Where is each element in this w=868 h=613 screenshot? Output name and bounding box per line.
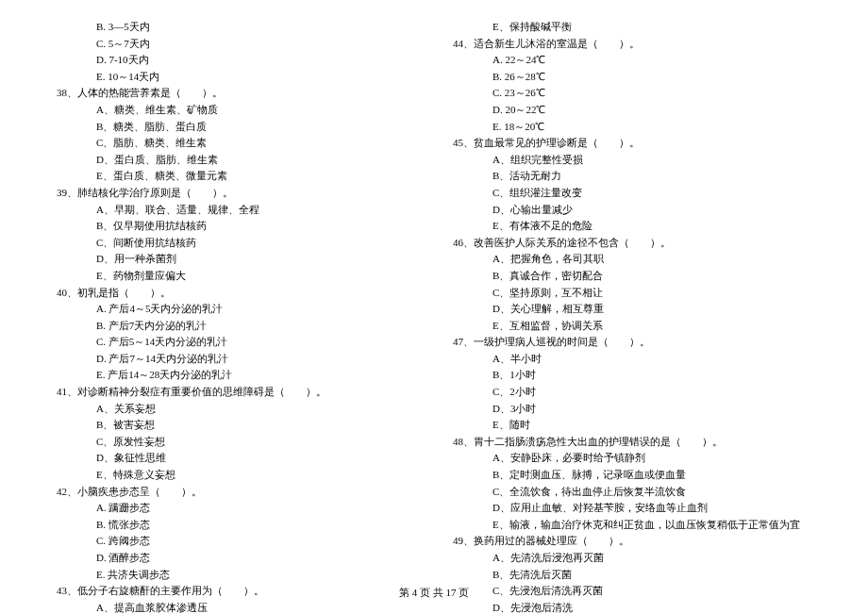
option-line: B. 产后7天内分泌的乳汁 [57, 318, 415, 335]
question-line: 44、适合新生儿沐浴的室温是（ ）。 [453, 36, 811, 53]
option-line: B、被害妄想 [57, 417, 415, 434]
option-line: A、安静卧床，必要时给予镇静剂 [453, 450, 811, 467]
option-line: B、仅早期使用抗结核药 [57, 218, 415, 235]
option-line: D、心输出量减少 [453, 202, 811, 219]
option-line: D、应用止血敏、对羟基苄胺，安络血等止血剂 [453, 500, 811, 517]
question-line: 41、对诊断精神分裂症有重要价值的思维障碍是（ ）。 [57, 384, 415, 401]
option-line: E、有体液不足的危险 [453, 218, 811, 235]
content-columns: B. 3―5天内C. 5～7天内D. 7‐10天内E. 10～14天内38、人体… [57, 19, 811, 613]
option-line: D、用一种杀菌剂 [57, 251, 415, 268]
option-line: D、蛋白质、脂肪、维生素 [57, 152, 415, 169]
option-line: C、2小时 [453, 384, 811, 401]
option-line: A、把握角色，各司其职 [453, 251, 811, 268]
question-line: 49、换药用过的器械处理应（ ）。 [453, 533, 811, 550]
option-line: D、关心理解，相互尊重 [453, 301, 811, 318]
option-line: A、关系妄想 [57, 401, 415, 418]
left-column: B. 3―5天内C. 5～7天内D. 7‐10天内E. 10～14天内38、人体… [57, 19, 415, 613]
option-line: C、间断使用抗结核药 [57, 235, 415, 252]
option-line: A. 22～24℃ [453, 52, 811, 69]
option-line: A、先清洗后浸泡再灭菌 [453, 550, 811, 567]
right-column: E、保持酸碱平衡44、适合新生儿沐浴的室温是（ ）。A. 22～24℃B. 26… [453, 19, 811, 613]
option-line: C、原发性妄想 [57, 434, 415, 451]
option-line: D、3小时 [453, 401, 811, 418]
option-line: E、特殊意义妄想 [57, 467, 415, 484]
question-line: 38、人体的热能营养素是（ ）。 [57, 85, 415, 102]
option-line: A、糖类、维生素、矿物质 [57, 102, 415, 119]
option-line: E、药物剂量应偏大 [57, 268, 415, 285]
option-line: C、脂肪、糖类、维生素 [57, 135, 415, 152]
question-line: 47、一级护理病人巡视的时间是（ ）。 [453, 334, 811, 351]
option-line: E. 10～14天内 [57, 69, 415, 86]
option-line: B、先清洗后灭菌 [453, 567, 811, 584]
option-line: D. 产后7～14天内分泌的乳汁 [57, 351, 415, 368]
question-line: 40、初乳是指（ ）。 [57, 285, 415, 302]
option-line: D. 20～22℃ [453, 102, 811, 119]
option-line: E、随时 [453, 417, 811, 434]
option-line: D、象征性思维 [57, 450, 415, 467]
question-line: 39、肺结核化学治疗原则是（ ）。 [57, 185, 415, 202]
option-line: A. 蹒跚步态 [57, 500, 415, 517]
question-line: 46、改善医护人际关系的途径不包含（ ）。 [453, 235, 811, 252]
option-line: C、坚持原则，互不相让 [453, 285, 811, 302]
option-line: B、活动无耐力 [453, 168, 811, 185]
option-line: A、组织完整性受损 [453, 152, 811, 169]
page-footer: 第 4 页 共 17 页 [0, 585, 868, 602]
option-line: C、组织灌注量改变 [453, 185, 811, 202]
option-line: A、早期、联合、适量、规律、全程 [57, 202, 415, 219]
option-line: B、真诚合作，密切配合 [453, 268, 811, 285]
option-line: E、蛋白质、糖类、微量元素 [57, 168, 415, 185]
option-line: C、全流饮食，待出血停止后恢复半流饮食 [453, 484, 811, 501]
option-line: A. 产后4～5天内分泌的乳汁 [57, 301, 415, 318]
option-line: C. 产后5～14天内分泌的乳汁 [57, 334, 415, 351]
option-line: B. 26～28℃ [453, 69, 811, 86]
option-line: B、1小时 [453, 367, 811, 384]
question-line: 48、胃十二指肠溃疡急性大出血的护理错误的是（ ）。 [453, 434, 811, 451]
option-line: D. 7‐10天内 [57, 52, 415, 69]
option-line: E、互相监督，协调关系 [453, 318, 811, 335]
option-line: B、定时测血压、脉搏，记录呕血或便血量 [453, 467, 811, 484]
option-line: B. 3―5天内 [57, 19, 415, 36]
option-line: C. 23～26℃ [453, 85, 811, 102]
question-line: 45、贫血最常见的护理诊断是（ ）。 [453, 135, 811, 152]
option-line: C. 跨阈步态 [57, 533, 415, 550]
option-line: E. 共济失调步态 [57, 567, 415, 584]
option-line: D. 酒醉步态 [57, 550, 415, 567]
option-line: E、输液，输血治疗休克和纠正贫血，以血压恢复稍低于正常值为宜 [453, 517, 811, 534]
option-line: E. 18～20℃ [453, 119, 811, 136]
option-line: B. 慌张步态 [57, 517, 415, 534]
option-line: A、半小时 [453, 351, 811, 368]
question-line: 42、小脑疾患步态呈（ ）。 [57, 484, 415, 501]
option-line: C. 5～7天内 [57, 36, 415, 53]
option-line: B、糖类、脂肪、蛋白质 [57, 119, 415, 136]
option-line: E、保持酸碱平衡 [453, 19, 811, 36]
option-line: E. 产后14～28天内分泌的乳汁 [57, 367, 415, 384]
